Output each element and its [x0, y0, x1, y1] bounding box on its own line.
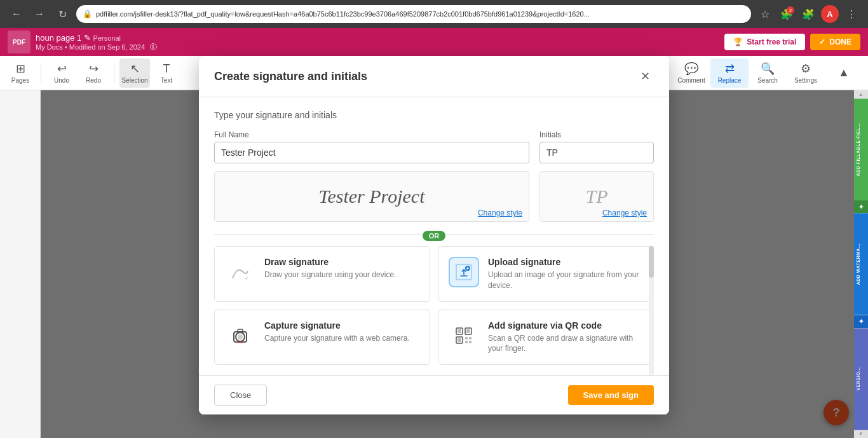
- fillable-icon-button[interactable]: ✦: [854, 200, 868, 213]
- save-sign-button[interactable]: Save and sign: [568, 385, 654, 405]
- full-name-label: Full Name: [214, 130, 529, 139]
- form-row: Full Name Initials: [214, 130, 654, 163]
- svg-rect-5: [238, 329, 243, 332]
- undo-button[interactable]: ↩ Undo: [46, 58, 77, 88]
- profile-avatar[interactable]: A: [821, 5, 839, 23]
- draw-signature-text: Draw signature Draw your signature using…: [264, 257, 419, 280]
- app-logo: PDF: [8, 31, 31, 53]
- extension-badge[interactable]: 🧩 2: [778, 5, 796, 23]
- comment-button[interactable]: 💬 Comment: [672, 58, 710, 88]
- scroll-down-button[interactable]: ▼: [854, 430, 868, 438]
- qr-signature-card[interactable]: Add signature via QR code Scan a QR code…: [438, 310, 654, 366]
- version-button[interactable]: VERSIO...: [854, 328, 868, 430]
- back-button[interactable]: ←: [8, 5, 25, 23]
- my-docs-link[interactable]: My Docs: [36, 43, 63, 51]
- qr-signature-text: Add signature via QR code Scan a QR code…: [488, 320, 643, 355]
- upload-signature-desc: Upload an image of your signature from y…: [488, 270, 643, 291]
- capture-signature-card[interactable]: Capture signature Capture your signature…: [214, 310, 430, 366]
- modal-subtitle: Type your signature and initials: [214, 110, 654, 120]
- close-modal-button[interactable]: Close: [214, 385, 267, 406]
- header-actions: 🏆 Start free trial ✓ DONE: [724, 34, 860, 50]
- add-fillable-button[interactable]: ADD FILLABLE FIEL...: [854, 99, 868, 200]
- svg-rect-16: [469, 341, 471, 343]
- draw-signature-title: Draw signature: [264, 257, 419, 267]
- toolbar-group-undo: ↩ Undo ↪ Redo: [46, 58, 109, 88]
- add-watermark-button[interactable]: ADD WATERMA...: [854, 213, 868, 315]
- qr-signature-desc: Scan a QR code and draw a signature with…: [488, 333, 643, 355]
- upload-signature-text: Upload signature Upload an image of your…: [488, 257, 643, 291]
- svg-rect-13: [465, 337, 468, 339]
- initials-input[interactable]: [539, 142, 654, 163]
- doc-title: houn page 1 ✎ Personal: [36, 33, 719, 43]
- pages-panel: [0, 90, 41, 438]
- browser-chrome: ← → ↻ 🔒 pdffiller.com/jsfiller-desk13/?f…: [0, 0, 868, 28]
- menu-button[interactable]: ⋮: [843, 5, 860, 23]
- redo-button[interactable]: ↪ Redo: [78, 58, 109, 88]
- url-text: pdffiller.com/jsfiller-desk13/?flat_pdf_…: [96, 10, 745, 18]
- capture-signature-text: Capture signature Capture your signature…: [264, 320, 419, 344]
- options-scroll-wrapper: Draw signature Draw your signature using…: [214, 246, 654, 375]
- upload-signature-title: Upload signature: [488, 257, 643, 267]
- redo-icon: ↪: [89, 62, 98, 76]
- qr-signature-title: Add signature via QR code: [488, 320, 643, 331]
- svg-rect-8: [458, 329, 461, 333]
- change-style-signature-link[interactable]: Change style: [478, 209, 522, 217]
- text-button[interactable]: T Text: [151, 58, 182, 88]
- upload-icon: [449, 257, 479, 287]
- forward-button[interactable]: →: [31, 5, 48, 23]
- full-name-input[interactable]: [214, 142, 529, 163]
- text-icon: T: [163, 62, 170, 76]
- lock-icon: 🔒: [83, 10, 92, 18]
- settings-button[interactable]: ⚙ Settings: [787, 58, 825, 88]
- signature-preview-text: Tester Project: [319, 186, 425, 207]
- full-name-group: Full Name: [214, 130, 529, 163]
- change-style-initials-link[interactable]: Change style: [602, 209, 647, 217]
- start-trial-button[interactable]: 🏆 Start free trial: [724, 34, 805, 50]
- options-grid: Draw signature Draw your signature using…: [214, 246, 654, 370]
- svg-point-6: [236, 341, 244, 343]
- watermark-icon-button[interactable]: ✦: [854, 315, 868, 328]
- collapse-button[interactable]: ▲: [825, 58, 863, 88]
- modal-close-button[interactable]: ✕: [636, 67, 654, 85]
- pages-button[interactable]: ⊞ Pages: [5, 58, 36, 88]
- address-bar[interactable]: 🔒 pdffiller.com/jsfiller-desk13/?flat_pd…: [76, 5, 751, 23]
- done-button[interactable]: ✓ DONE: [810, 34, 860, 50]
- scroll-up-button[interactable]: ▲: [854, 90, 868, 99]
- initials-group: Initials: [539, 130, 654, 163]
- svg-rect-10: [466, 329, 470, 333]
- extension-count: 2: [787, 6, 794, 14]
- browser-actions: ☆ 🧩 2 🧩 A ⋮: [756, 5, 860, 23]
- svg-rect-15: [465, 341, 468, 343]
- capture-signature-title: Capture signature: [264, 320, 419, 331]
- toolbar-group-tools: ↖ Selection T Text: [119, 58, 182, 88]
- scroll-thumb: [649, 246, 654, 278]
- bookmark-button[interactable]: ☆: [756, 5, 774, 23]
- replace-button[interactable]: ⇄ Replace: [710, 58, 749, 88]
- extensions-button[interactable]: 🧩: [799, 5, 817, 23]
- modal-body: Type your signature and initials Full Na…: [199, 97, 669, 375]
- right-sidebar-strip: ▲ ADD FILLABLE FIEL... ✦ ADD WATERMA... …: [854, 90, 868, 438]
- signature-modal: Create signature and initials ✕ Type you…: [199, 56, 669, 414]
- svg-rect-14: [469, 337, 471, 339]
- selection-button[interactable]: ↖ Selection: [119, 58, 150, 88]
- modal-header: Create signature and initials ✕: [199, 56, 669, 97]
- selection-icon: ↖: [130, 62, 140, 76]
- refresh-button[interactable]: ↻: [53, 5, 71, 23]
- or-badge: OR: [423, 231, 446, 241]
- trial-icon: 🏆: [733, 38, 743, 46]
- pages-icon: ⊞: [16, 62, 25, 76]
- initials-preview-box: TP Change style: [539, 171, 654, 222]
- draw-icon: [225, 257, 255, 287]
- collapse-icon: ▲: [838, 66, 850, 79]
- undo-icon: ↩: [57, 62, 67, 76]
- or-divider: OR: [214, 222, 654, 246]
- upload-signature-card[interactable]: Upload signature Upload an image of your…: [438, 246, 654, 302]
- comment-icon: 💬: [684, 62, 698, 76]
- toolbar-separator-1: [41, 64, 41, 83]
- draw-signature-card[interactable]: Draw signature Draw your signature using…: [214, 246, 430, 302]
- capture-icon: [225, 320, 255, 351]
- search-icon: 🔍: [761, 62, 775, 76]
- search-button[interactable]: 🔍 Search: [749, 58, 787, 88]
- signature-preview-box: Tester Project Change style: [214, 171, 529, 222]
- svg-point-3: [238, 334, 243, 339]
